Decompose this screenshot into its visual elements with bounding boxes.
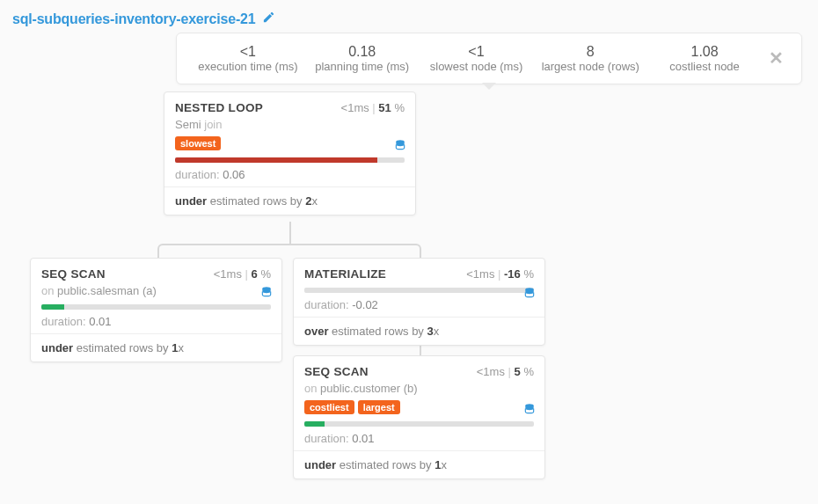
node-nested-loop[interactable]: NESTED LOOP <1ms | 51 % Semi join slowes… (164, 91, 416, 215)
stat-execution-time: <1 execution time (ms) (191, 40, 305, 77)
page-title: sql-subqueries-inventory-exercise-21 (12, 11, 255, 27)
node-estimate: under estimated rows by 2x (164, 187, 415, 215)
stat-value: 1.08 (654, 44, 755, 60)
stat-slowest-node: <1 slowest node (ms) (420, 40, 534, 77)
stat-label: largest node (rows) (540, 60, 640, 73)
node-materialize[interactable]: MATERIALIZE <1ms | -16 % duration: -0.02… (293, 258, 545, 346)
stat-planning-time: 0.18 planning time (ms) (305, 40, 420, 77)
database-icon[interactable] (523, 403, 536, 418)
node-duration: duration: -0.02 (294, 293, 544, 318)
node-estimate: over estimated rows by 3x (294, 318, 544, 345)
stat-label: costliest node (654, 60, 755, 73)
stat-value: 8 (540, 44, 640, 60)
node-duration: duration: 0.01 (31, 310, 281, 334)
node-duration: duration: 0.01 (294, 427, 544, 451)
node-timing: <1ms | -16 % (466, 267, 534, 281)
stat-label: execution time (ms) (198, 60, 298, 73)
node-estimate: under estimated rows by 1x (294, 451, 544, 478)
node-subtitle: on public.customer (b) (304, 382, 534, 395)
stat-costliest-node: 1.08 costliest node (647, 40, 762, 77)
stat-largest-node: 8 largest node (rows) (533, 40, 647, 77)
node-badges: slowest (175, 136, 405, 150)
badge-slowest: slowest (175, 136, 221, 150)
stats-bar: <1 execution time (ms) 0.18 planning tim… (176, 33, 802, 84)
node-timing: <1ms | 51 % (341, 101, 405, 114)
plan-tree: NESTED LOOP <1ms | 51 % Semi join slowes… (0, 86, 818, 500)
stat-label: planning time (ms) (312, 60, 413, 73)
edit-icon[interactable] (262, 11, 275, 27)
node-subtitle: on public.salesman (a) (41, 284, 271, 297)
database-icon[interactable] (260, 286, 273, 301)
node-seq-scan-salesman[interactable]: SEQ SCAN <1ms | 6 % on public.salesman (… (30, 258, 282, 362)
database-icon[interactable] (394, 139, 406, 154)
stat-label: slowest node (ms) (427, 60, 527, 73)
stat-value: <1 (198, 44, 298, 60)
node-title: NESTED LOOP (175, 101, 263, 114)
node-subtitle: Semi join (175, 118, 405, 131)
page-header: sql-subqueries-inventory-exercise-21 (0, 0, 818, 33)
node-duration: duration: 0.06 (164, 163, 415, 187)
node-title: MATERIALIZE (304, 267, 386, 281)
connector (289, 222, 291, 245)
close-icon[interactable]: ✕ (762, 40, 787, 69)
badge-costliest: costliest (304, 400, 354, 414)
node-title: SEQ SCAN (41, 267, 106, 281)
node-title: SEQ SCAN (304, 365, 369, 378)
stat-value: 0.18 (312, 44, 413, 60)
node-timing: <1ms | 6 % (214, 267, 271, 281)
node-estimate: under estimated rows by 1x (31, 334, 281, 362)
badge-largest: largest (358, 400, 400, 414)
database-icon[interactable] (523, 287, 536, 302)
stat-value: <1 (427, 44, 527, 60)
node-seq-scan-customer[interactable]: SEQ SCAN <1ms | 5 % on public.customer (… (293, 355, 545, 479)
node-timing: <1ms | 5 % (477, 365, 534, 378)
node-badges: costliest largest (304, 400, 534, 414)
